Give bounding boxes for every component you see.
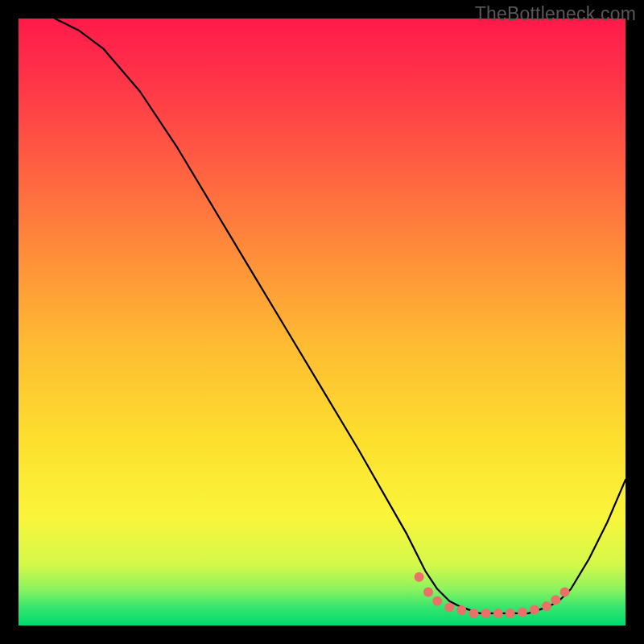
highlight-dot (542, 601, 551, 611)
highlight-dot (423, 588, 433, 597)
highlight-dots (415, 572, 570, 618)
highlight-dot (432, 597, 442, 606)
highlight-dot (456, 605, 466, 615)
highlight-dot (415, 572, 424, 582)
highlight-dot (444, 602, 454, 612)
highlight-dot (469, 609, 479, 618)
highlight-dot (551, 595, 560, 605)
highlight-dot (493, 609, 503, 618)
chart-svg (19, 19, 625, 625)
highlight-dot (518, 607, 527, 617)
highlight-dot (530, 605, 539, 614)
chart-frame: TheBottleneck.com (0, 0, 644, 644)
bottleneck-curve (55, 19, 625, 613)
plot-area (19, 19, 625, 625)
watermark-text: TheBottleneck.com (475, 3, 636, 25)
highlight-dot (481, 609, 491, 618)
highlight-dot (506, 609, 515, 618)
highlight-dot (560, 588, 570, 597)
